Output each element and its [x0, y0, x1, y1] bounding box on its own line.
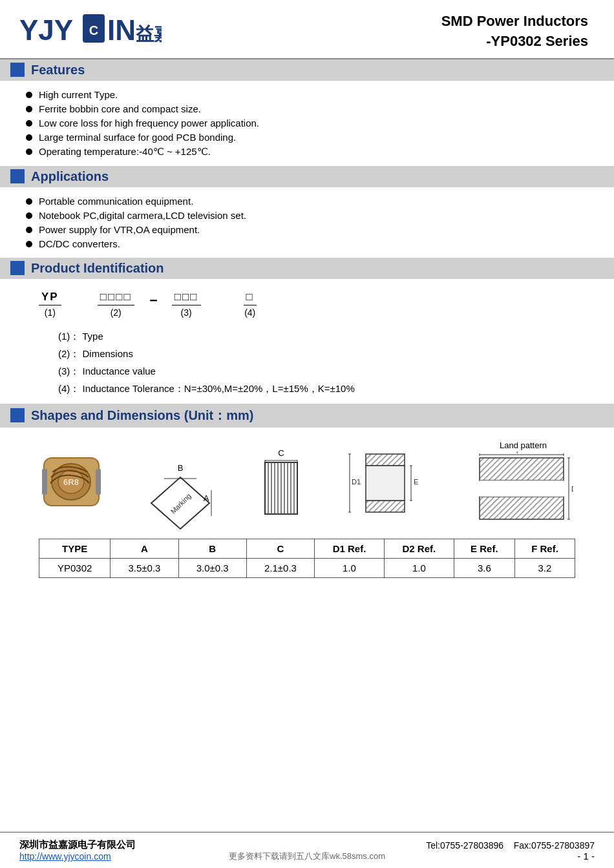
prod-desc-2-num: (2)：: [58, 348, 79, 359]
applications-header: Applications: [0, 166, 614, 187]
diamond-svg: Marking: [145, 474, 216, 532]
app-item-3: Power supply for VTR,OA equipment.: [39, 224, 200, 235]
prod-part-3: □□□ (3): [172, 291, 201, 318]
table-header-row: TYPE A B C D1 Ref. D2 Ref. E Ref. F Ref.: [39, 539, 575, 558]
col-e: E Ref.: [454, 539, 514, 558]
cell-a: 3.5±0.3: [111, 558, 178, 577]
features-title: Features: [31, 63, 85, 78]
col-c: C: [246, 539, 314, 558]
list-item: Operating temperature:-40℃ ~ +125℃.: [26, 146, 595, 158]
feature-item-3: Low core loss for high frequency power a…: [39, 118, 259, 129]
svg-text:D1: D1: [352, 478, 361, 486]
svg-rect-44: [480, 480, 564, 497]
label-a: A: [204, 493, 209, 503]
list-item: Notebook PC,digital carmera,LCD televisi…: [26, 210, 595, 221]
header-title: SMD Power Inductors -YP0302 Series: [441, 12, 588, 52]
col-f: F Ref.: [514, 539, 575, 558]
cell-f: 3.2: [514, 558, 575, 577]
prod-part-3-top: □□□: [172, 291, 201, 305]
cell-type: YP0302: [39, 558, 111, 577]
header: YJY C IN 益嘉源 SMD Power Inductors -YP0302…: [0, 0, 614, 59]
land-pattern-label: Land pattern: [473, 440, 573, 450]
col-d2: D2 Ref.: [384, 539, 454, 558]
svg-rect-10: [96, 469, 101, 495]
features-content: High current Type. Ferrite bobbin core a…: [0, 81, 614, 166]
cell-e: 3.6: [454, 558, 514, 577]
prod-desc-2: (2)： Dimensions: [58, 348, 588, 360]
bullet-dot: [26, 134, 32, 141]
applications-title: Applications: [31, 169, 109, 184]
app-item-1: Portable communication equipment.: [39, 196, 193, 207]
list-item: Large terminal surface for good PCB bond…: [26, 132, 595, 143]
svg-text:E: E: [414, 478, 418, 486]
svg-rect-42: [480, 458, 564, 480]
svg-rect-43: [480, 497, 564, 519]
prod-desc-1-num: (1)：: [58, 331, 79, 342]
prod-part-4-num: (4): [244, 307, 255, 318]
svg-rect-30: [366, 454, 405, 466]
diamond-diagram: B Marking A: [145, 463, 216, 503]
bullet-dot: [26, 120, 32, 127]
prod-part-2-num: (2): [111, 307, 122, 318]
col-a: A: [111, 539, 178, 558]
col-type: TYPE: [39, 539, 111, 558]
bullet-dot: [26, 212, 32, 219]
front-svg: D1 E: [346, 451, 430, 515]
product-id-area: YP (1) □□□□ (2) － □□□ (3) □ (4): [0, 279, 614, 404]
prod-part-2-top: □□□□: [98, 291, 134, 305]
features-header: Features: [0, 59, 614, 81]
feature-item-1: High current Type.: [39, 89, 118, 100]
svg-text:F: F: [516, 451, 521, 455]
list-item: Low core loss for high frequency power a…: [26, 118, 595, 129]
prod-part-1-num: (1): [45, 307, 56, 318]
svg-rect-31: [366, 501, 405, 512]
product-id-descriptions: (1)： Type (2)： Dimensions (3)： Inductanc…: [39, 331, 588, 395]
land-svg: F D2: [473, 451, 573, 526]
list-item: Portable communication equipment.: [26, 196, 595, 207]
prod-part-3-num: (3): [181, 307, 192, 318]
front-diagram: D1 E: [346, 451, 430, 515]
table-row: YP0302 3.5±0.3 3.0±0.3 2.1±0.3 1.0 1.0 3…: [39, 558, 575, 577]
svg-text:C: C: [89, 23, 98, 37]
applications-content: Portable communication equipment. Notebo…: [0, 187, 614, 258]
bullet-dot: [26, 92, 32, 98]
prod-desc-1-text: Type: [82, 331, 103, 342]
prod-desc-4-text: Inductance Tolerance：N=±30%,M=±20%，L=±15…: [83, 383, 355, 394]
col-d1: D1 Ref.: [315, 539, 385, 558]
prod-dash: －: [146, 291, 160, 318]
svg-rect-9: [42, 469, 47, 495]
svg-text:益嘉源: 益嘉源: [136, 24, 162, 44]
app-item-4: DC/DC converters.: [39, 238, 120, 249]
bullet-dot: [26, 106, 32, 112]
svg-text:6R8: 6R8: [63, 477, 79, 487]
product-id-blue-square: [10, 261, 25, 275]
label-b: B: [178, 463, 184, 473]
prod-part-1: YP (1): [39, 291, 61, 318]
app-item-2: Notebook PC,digital carmera,LCD televisi…: [39, 210, 246, 221]
applications-blue-square: [10, 169, 25, 183]
product-id-header: Product Identification: [0, 258, 614, 279]
svg-text:IN: IN: [107, 14, 136, 46]
svg-text:YJY: YJY: [19, 14, 73, 46]
cell-b: 3.0±0.3: [178, 558, 246, 577]
prod-part-2: □□□□ (2): [98, 291, 134, 318]
shapes-diagram-row: 6R8 B Mark: [19, 434, 595, 532]
footer-tel-fax: Tel:0755-27803896 Fax:0755-27803897: [426, 840, 595, 851]
svg-rect-32: [366, 466, 405, 501]
bullet-dot: [26, 198, 32, 205]
prod-desc-4-num: (4)：: [58, 383, 79, 394]
watermark: 更多资料下载请到五八文库wk.58sms.com: [0, 851, 614, 865]
prod-desc-4: (4)： Inductance Tolerance：N=±30%,M=±20%，…: [58, 383, 588, 395]
shapes-title: Shapes and Dimensions (Unit：mm): [31, 407, 254, 424]
prod-desc-3-text: Inductance value: [83, 366, 156, 377]
svg-text:Marking: Marking: [169, 491, 193, 515]
footer-company: 深圳市益嘉源电子有限公司: [19, 839, 136, 851]
label-c-top: C: [278, 448, 284, 458]
prod-part-4: □ (4): [244, 291, 257, 318]
feature-item-4: Large terminal surface for good PCB bond…: [39, 132, 236, 143]
list-item: High current Type.: [26, 89, 595, 100]
feature-item-5: Operating temperature:-40℃ ~ +125℃.: [39, 146, 211, 158]
cell-d2: 1.0: [384, 558, 454, 577]
feature-item-2: Ferrite bobbin core and compact size.: [39, 103, 201, 114]
list-item: Power supply for VTR,OA equipment.: [26, 224, 595, 235]
